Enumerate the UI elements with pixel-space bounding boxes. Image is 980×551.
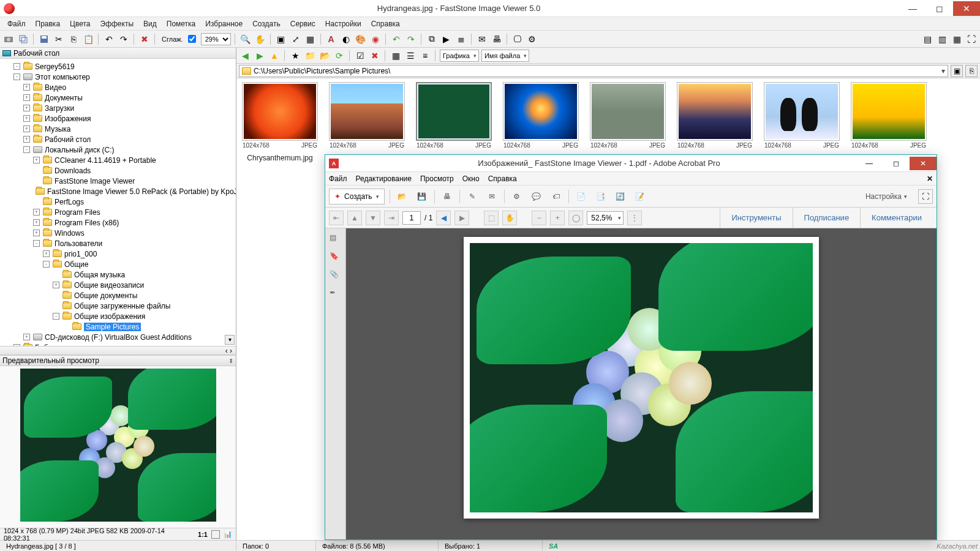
tree-row[interactable]: Общие документы xyxy=(0,290,236,301)
tree-twisty[interactable]: + xyxy=(43,250,50,257)
acrobat-panel-link[interactable]: Инструменты xyxy=(720,208,792,228)
menu-item[interactable]: Избранное xyxy=(200,18,247,29)
fullscreen-icon[interactable]: ⛶ xyxy=(965,33,978,45)
acrobat-gear-icon[interactable]: ⚙ xyxy=(510,189,524,204)
copy-icon[interactable] xyxy=(17,33,29,45)
settings-icon[interactable]: ⚙ xyxy=(526,33,538,45)
acrobat-stamp-icon[interactable]: 🏷 xyxy=(549,189,564,204)
save-icon[interactable] xyxy=(38,33,50,45)
acrobat-bookmark-icon[interactable]: 🔖 xyxy=(330,252,342,264)
tree-twisty[interactable]: - xyxy=(33,240,40,247)
crop-icon[interactable]: ▣ xyxy=(275,33,287,45)
preview-histogram-icon[interactable]: 📊 xyxy=(224,530,232,538)
acrobat-zoom-more-icon[interactable]: ⋮ xyxy=(627,211,642,225)
menu-item[interactable]: Справка xyxy=(366,18,405,29)
tree-splitter[interactable]: ‹ › xyxy=(0,347,236,355)
acrobat-document-area[interactable] xyxy=(346,228,937,539)
tree-row[interactable]: +Библиотеки xyxy=(0,342,236,347)
resize-icon[interactable]: ⤢ xyxy=(290,33,302,45)
tree-row[interactable]: PerfLogs xyxy=(0,197,236,207)
acrobat-menu-item[interactable]: Окно xyxy=(462,174,480,183)
thumbnail[interactable]: 1024x768JPEG xyxy=(327,82,407,154)
acrobat-create-button[interactable]: ✦Создать▾ xyxy=(329,189,385,204)
acrobat-edit-icon[interactable]: ✎ xyxy=(465,189,480,204)
thumbnail[interactable]: 1024x768JPEG xyxy=(675,82,755,154)
tree-twisty[interactable]: + xyxy=(23,94,30,101)
rotate-left-icon[interactable]: ↶ xyxy=(390,33,402,45)
acrobat-menu-item[interactable]: Редактирование xyxy=(356,174,412,183)
tree-twisty[interactable]: - xyxy=(53,313,59,320)
acrobat-close-button[interactable]: ✕ xyxy=(910,157,937,170)
up-icon[interactable]: ▲ xyxy=(268,50,281,62)
tree-twisty[interactable]: + xyxy=(23,136,30,143)
view-thumb-icon[interactable]: ▦ xyxy=(390,50,402,62)
tree-row[interactable]: +Рабочий стол xyxy=(0,134,236,144)
acrobat-email-icon[interactable]: ✉ xyxy=(484,189,499,204)
menu-item[interactable]: Файл xyxy=(2,18,31,29)
tree-row[interactable]: -Общие xyxy=(0,259,236,269)
view-type-select[interactable]: Графика xyxy=(440,50,479,62)
tree-row[interactable]: +CCleaner 4.11.4619 + Portable xyxy=(0,155,236,165)
tree-twisty[interactable]: + xyxy=(13,344,20,347)
back-icon[interactable]: ◀ xyxy=(239,50,251,62)
preview-fit-icon[interactable] xyxy=(211,530,220,539)
copy2-icon[interactable]: ⎘ xyxy=(67,33,80,45)
acrobat-maximize-button[interactable]: ◻ xyxy=(883,157,910,170)
acquire-icon[interactable] xyxy=(2,33,15,45)
acrobat-next-view-icon[interactable]: ▶ xyxy=(454,211,469,225)
acrobat-panel-link[interactable]: Комментарии xyxy=(860,208,933,228)
tree-row[interactable]: -Локальный диск (C:) xyxy=(0,144,236,155)
redo-icon[interactable]: ↷ xyxy=(118,33,130,45)
acrobat-print-icon[interactable]: 🖶 xyxy=(440,189,454,204)
acrobat-zoom-value[interactable]: 52,5% xyxy=(587,211,624,225)
tree-twisty[interactable]: + xyxy=(53,282,59,288)
smooth-checkbox[interactable] xyxy=(188,35,196,43)
acrobat-sign-icon[interactable]: ✒ xyxy=(330,288,342,301)
delete-icon[interactable]: ✖ xyxy=(138,33,151,45)
folder-tree[interactable]: -Sergey5619-Этот компьютер+Видео+Докумен… xyxy=(0,59,236,347)
canvas-icon[interactable]: ▦ xyxy=(304,33,317,45)
acrobat-select-icon[interactable]: ⬚ xyxy=(484,211,499,225)
tree-row[interactable]: +Видео xyxy=(0,82,236,92)
tree-row[interactable]: +Изображения xyxy=(0,113,236,124)
tree-row[interactable]: -Пользователи xyxy=(0,238,236,249)
acrobat-comment-icon[interactable]: 💬 xyxy=(529,189,544,204)
acrobat-save-icon[interactable]: 💾 xyxy=(415,189,429,204)
menu-item[interactable]: Создать xyxy=(247,18,285,29)
layout2-icon[interactable]: ▥ xyxy=(936,33,948,45)
maximize-button[interactable]: ◻ xyxy=(926,1,953,16)
acrobat-zoom-fit-icon[interactable]: ◯ xyxy=(568,211,583,225)
acrobat-zoom-out-icon[interactable]: − xyxy=(532,211,546,225)
tree-twisty[interactable]: - xyxy=(43,261,50,268)
thumbnail[interactable]: 1024x768JPEG Chrysanthemum.jpg xyxy=(240,82,320,162)
email-icon[interactable]: ✉ xyxy=(476,33,488,45)
tree-twisty[interactable]: + xyxy=(23,115,30,122)
sort-select[interactable]: Имя файла xyxy=(481,50,529,62)
acrobat-open-icon[interactable]: 📂 xyxy=(395,189,410,204)
tree-row[interactable]: FastStone Image Viewer xyxy=(0,176,236,186)
tree-twisty[interactable]: - xyxy=(23,146,30,153)
fav-icon[interactable]: ★ xyxy=(289,50,301,62)
acrobat-zoom-in-icon[interactable]: + xyxy=(550,211,565,225)
tree-row[interactable]: +Музыка xyxy=(0,124,236,134)
text-icon[interactable]: A xyxy=(325,33,337,45)
view-list-icon[interactable]: ☰ xyxy=(404,50,417,62)
acrobat-page-last-icon[interactable]: ⇥ xyxy=(384,211,399,225)
thumbnail[interactable]: 1024x768JPEG xyxy=(588,82,668,154)
acrobat-menu-item[interactable]: Просмотр xyxy=(420,174,454,183)
menu-item[interactable]: Настройки xyxy=(320,18,366,29)
acrobat-attach-icon[interactable]: 📎 xyxy=(330,270,342,282)
tree-twisty[interactable]: + xyxy=(23,84,30,91)
close-button[interactable]: ✕ xyxy=(953,1,980,16)
print-icon[interactable]: 🖶 xyxy=(491,33,503,45)
acrobat-page-input[interactable] xyxy=(402,211,421,225)
thumbnail[interactable]: 1024x768JPEG xyxy=(849,82,929,154)
addr-copy-button[interactable]: ⎘ xyxy=(965,65,978,77)
wallpaper-icon[interactable]: 🖵 xyxy=(511,33,524,45)
tree-twisty[interactable]: + xyxy=(23,334,30,340)
tree-row[interactable]: -Sergey5619 xyxy=(0,61,236,72)
menu-item[interactable]: Пометка xyxy=(162,18,201,29)
compare-icon[interactable]: ⧉ xyxy=(426,33,438,45)
tree-twisty[interactable]: + xyxy=(33,230,40,236)
acrobat-page-first-icon[interactable]: ⇤ xyxy=(329,211,344,225)
